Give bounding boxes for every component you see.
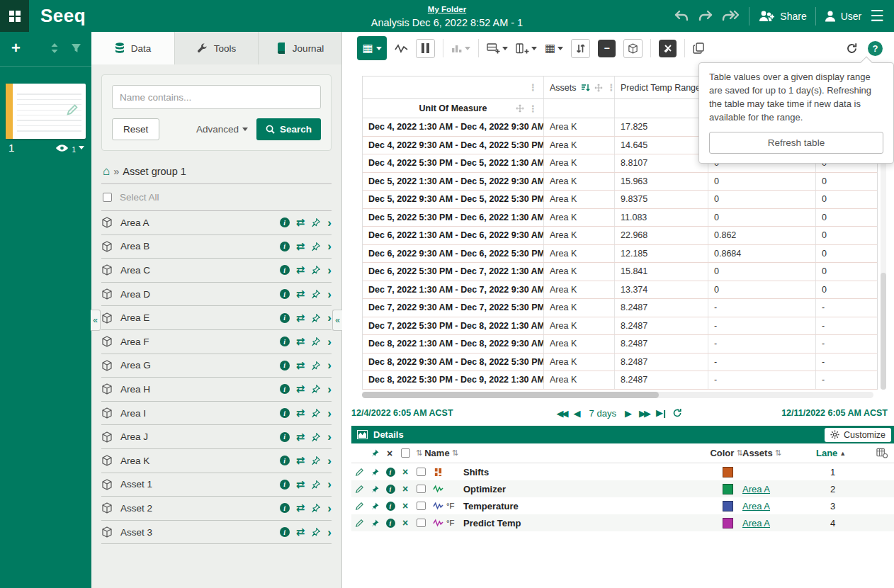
capsule-range-cell[interactable]: Dec 8, 2022 1:30 AM - Dec 8, 2022 9:30 A…	[363, 335, 544, 353]
remove-item-icon[interactable]: ×	[398, 501, 412, 511]
edit-item-icon[interactable]	[351, 519, 367, 528]
add-row-button[interactable]	[487, 43, 508, 54]
table-options-button[interactable]: ▦	[545, 43, 563, 54]
rename-worksheet-icon[interactable]	[66, 103, 79, 116]
info-icon[interactable]: i	[280, 456, 290, 465]
asset-cell[interactable]: Area K	[544, 317, 615, 335]
edit-item-icon[interactable]	[351, 502, 367, 511]
pin-icon[interactable]	[311, 265, 321, 275]
collapse-panel-left-handle[interactable]: «	[91, 310, 101, 331]
pin-icon[interactable]	[311, 217, 321, 227]
drill-in-chevron-icon[interactable]: ›	[327, 240, 332, 252]
asset-name[interactable]: Asset 2	[120, 503, 152, 514]
reset-button[interactable]: Reset	[112, 118, 159, 140]
trend-view-icon[interactable]	[395, 43, 408, 54]
column-menu-kebab-icon[interactable]: ⋮	[528, 104, 538, 113]
asset-link[interactable]: Area A	[742, 484, 770, 494]
filter-worksheets-icon[interactable]	[71, 43, 81, 54]
add-column-button[interactable]	[516, 43, 537, 54]
assets-column-header[interactable]: Assets ⋮	[544, 77, 615, 98]
asset-list-item[interactable]: Asset 2 i ⇄ ›	[101, 497, 332, 521]
item-checkbox[interactable]	[412, 468, 429, 476]
asset-cell[interactable]: Area K	[544, 227, 615, 244]
swap-asset-icon[interactable]: ⇄	[296, 264, 305, 276]
asset-name[interactable]: Area G	[120, 360, 151, 371]
refresh-table-button[interactable]: Refresh table	[709, 132, 883, 154]
drill-in-chevron-icon[interactable]: ›	[327, 264, 332, 276]
swap-asset-icon[interactable]: ⇄	[296, 407, 305, 419]
my-folder-link[interactable]: My Folder	[428, 4, 466, 15]
asset-name[interactable]: Area J	[120, 431, 148, 442]
asset-cell[interactable]: Area K	[544, 281, 615, 299]
asset-list-item[interactable]: Area H i ⇄ ›	[101, 378, 332, 402]
capsule-range-cell[interactable]: Dec 8, 2022 9:30 AM - Dec 8, 2022 5:30 P…	[363, 354, 544, 371]
pin-icon[interactable]	[311, 432, 321, 442]
info-icon[interactable]: i	[280, 527, 290, 537]
asset-name[interactable]: Area I	[120, 408, 146, 419]
app-grid-icon[interactable]	[0, 0, 29, 32]
asset-name[interactable]: Area K	[120, 456, 149, 466]
color-swatch[interactable]	[723, 484, 733, 494]
asset-name[interactable]: Area D	[120, 289, 150, 300]
pin-item-icon[interactable]	[367, 502, 383, 511]
capsule-range-cell[interactable]: Dec 7, 2022 1:30 AM - Dec 7, 2022 9:30 A…	[363, 281, 544, 299]
info-icon[interactable]: i	[280, 242, 290, 251]
asset-link[interactable]: Area A	[742, 501, 770, 511]
capsule-range-cell[interactable]: Dec 4, 2022 5:30 PM - Dec 5, 2022 1:30 A…	[363, 154, 544, 172]
swap-asset-icon[interactable]: ⇄	[296, 383, 305, 395]
info-icon[interactable]: i	[280, 289, 290, 299]
pin-icon[interactable]	[311, 289, 321, 299]
copy-table-button[interactable]	[693, 43, 704, 54]
asset-name[interactable]: Asset 3	[120, 527, 152, 538]
tab-journal[interactable]: Journal	[259, 32, 341, 64]
item-checkbox[interactable]	[412, 519, 429, 527]
drill-in-chevron-icon[interactable]: ›	[327, 359, 332, 371]
drill-in-chevron-icon[interactable]: ›	[327, 312, 332, 324]
drill-in-chevron-icon[interactable]: ›	[327, 431, 332, 443]
item-name[interactable]: Predict Temp	[463, 518, 713, 528]
info-icon[interactable]: i	[280, 361, 290, 371]
drill-in-chevron-icon[interactable]: ›	[327, 217, 332, 229]
drill-in-chevron-icon[interactable]: ›	[327, 288, 332, 300]
swap-asset-icon[interactable]: ⇄	[296, 359, 305, 372]
search-input[interactable]	[112, 85, 321, 109]
select-all-items-checkbox[interactable]	[397, 448, 414, 458]
item-info-icon[interactable]: i	[383, 485, 398, 494]
capsule-range-cell[interactable]: Dec 4, 2022 9:30 AM - Dec 4, 2022 5:30 P…	[363, 137, 544, 154]
asset-name[interactable]: Area E	[120, 312, 149, 323]
condensed-view-button[interactable]: −	[598, 40, 616, 57]
swap-asset-icon[interactable]: ⇄	[296, 502, 305, 514]
pin-icon[interactable]	[311, 408, 321, 418]
asset-name[interactable]: Area F	[120, 337, 149, 347]
pin-icon[interactable]	[311, 480, 321, 490]
asset-list-item[interactable]: Area D i ⇄ ›	[101, 283, 332, 307]
move-column-icon[interactable]	[594, 84, 603, 92]
remove-column-header-icon[interactable]: ×	[383, 448, 397, 458]
asset-cell[interactable]: Area K	[544, 354, 615, 371]
remove-item-icon[interactable]: ×	[398, 518, 412, 528]
pin-item-icon[interactable]	[367, 468, 383, 477]
asset-list-item[interactable]: Area E i ⇄ ›	[101, 306, 332, 330]
pin-icon[interactable]	[311, 361, 321, 371]
item-name[interactable]: Shifts	[463, 467, 713, 477]
drill-in-chevron-icon[interactable]: ›	[327, 526, 332, 538]
asset-name[interactable]: Asset 1	[120, 479, 152, 490]
reorder-worksheets-icon[interactable]	[50, 43, 60, 54]
add-details-column-icon[interactable]	[870, 448, 894, 458]
asset-list-item[interactable]: Area I i ⇄ ›	[101, 402, 332, 426]
swap-asset-icon[interactable]: ⇄	[296, 240, 305, 253]
asset-cell[interactable]: Area K	[544, 173, 615, 191]
capsule-time-view-icon[interactable]	[416, 39, 435, 58]
capsule-range-cell[interactable]: Dec 5, 2022 9:30 AM - Dec 5, 2022 5:30 P…	[363, 191, 544, 208]
help-icon[interactable]: ?	[868, 41, 883, 56]
asset-name[interactable]: Area B	[120, 241, 149, 251]
step-forward-button[interactable]: ▶	[625, 409, 632, 418]
move-column-icon[interactable]	[516, 104, 524, 113]
lane-column-header[interactable]: Lane▲	[810, 448, 870, 458]
asset-list-item[interactable]: Asset 1 i ⇄ ›	[101, 473, 332, 497]
range-start-label[interactable]: 12/4/2022 6:05 AM ACST	[351, 408, 453, 418]
asset-cell[interactable]: Area K	[544, 299, 615, 317]
capsule-range-cell[interactable]: Dec 4, 2022 1:30 AM - Dec 4, 2022 9:30 A…	[363, 118, 544, 136]
tab-tools[interactable]: Tools	[175, 32, 259, 64]
range-end-label[interactable]: 12/11/2022 6:05 AM ACST	[781, 408, 888, 418]
